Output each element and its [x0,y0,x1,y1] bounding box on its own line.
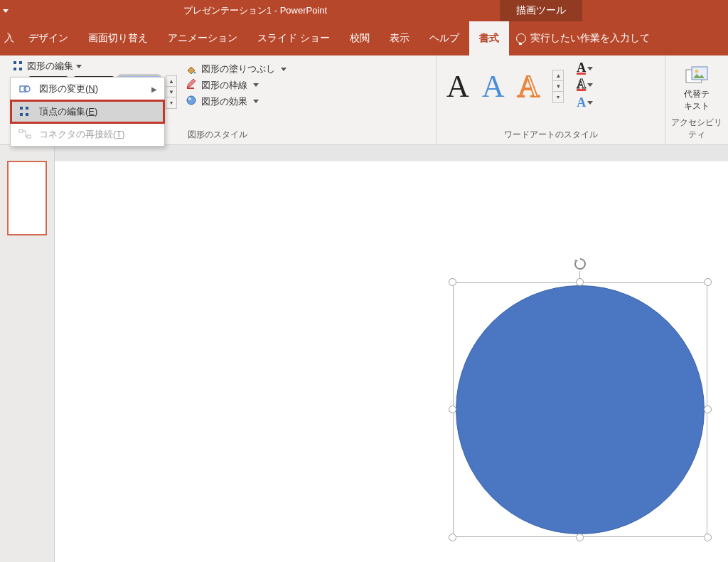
change-shape-icon [18,83,32,95]
svg-point-3 [188,97,191,100]
text-fill-button[interactable]: A [577,63,593,75]
wordart-style-3[interactable]: A [518,71,540,102]
edit-shape-button[interactable]: 図形の編集 [10,58,85,74]
tab-format[interactable]: 書式 [469,21,509,55]
group-label-accessibility: アクセシビリティ [670,115,724,143]
alt-text-button[interactable]: 代替テ キスト [681,65,712,112]
resize-handle-br[interactable] [704,534,712,541]
shape-outline-label: 図形の枠線 [201,79,247,92]
chevron-down-icon [253,100,259,103]
wordart-style-1[interactable]: A [446,71,469,102]
wordart-style-gallery[interactable]: A A A ▲ ▼ ▾ [441,70,569,103]
svg-point-2 [187,96,196,105]
alt-text-line1: 代替テ [684,88,710,100]
menu-item-change-shape-label: 図形の変更(N) [39,83,98,95]
pen-icon [186,78,197,92]
caret-down-icon: ▼ [553,81,563,92]
shape-outline-button[interactable]: 図形の枠線 [186,78,287,92]
submenu-arrow-icon: ▶ [151,85,157,93]
text-effects-button[interactable]: A [577,95,593,110]
reroute-connectors-icon [18,128,32,141]
paint-bucket-icon [186,64,197,74]
wordart-style-2[interactable]: A [482,71,505,102]
svg-point-6 [695,70,699,73]
window-title: プレゼンテーション1 - PowerPoint [11,4,500,17]
tab-transitions[interactable]: 画面切り替え [78,21,158,55]
qat-customize-icon[interactable] [0,0,11,21]
rotate-handle[interactable] [573,257,587,271]
effects-icon [186,95,197,108]
alt-text-line2: キスト [684,100,710,112]
caret-down-bar-icon: ▾ [166,97,176,108]
workspace [0,145,728,562]
tab-view[interactable]: 表示 [380,21,419,55]
edit-shape-menu: 図形の変更(N) ▶ 頂点の編集(E) コネクタの再接続(T) [10,77,165,147]
slide-canvas[interactable] [55,161,728,562]
shape-effects-button[interactable]: 図形の効果 [186,95,287,108]
chevron-down-icon [281,68,287,71]
gallery-more-button[interactable]: ▲ ▼ ▾ [166,75,177,109]
slide-thumbnail-pane[interactable] [0,145,55,562]
tab-design[interactable]: デザイン [18,21,78,55]
text-fill-icon: A [577,63,586,75]
tell-me-label: 実行したい作業を入力して [530,32,650,45]
title-bar: プレゼンテーション1 - PowerPoint 描画ツール [0,0,728,21]
wordart-more-button[interactable]: ▲ ▼ ▾ [552,70,564,103]
group-label-wordart-styles: ワードアートのスタイル [441,127,660,143]
tell-me-search[interactable]: 実行したい作業を入力して [509,21,657,55]
edit-shape-label: 図形の編集 [27,60,73,73]
shape-effects-label: 図形の効果 [201,95,247,108]
chevron-down-icon [253,83,259,87]
menu-item-change-shape[interactable]: 図形の変更(N) ▶ [11,78,164,100]
svg-point-8 [24,86,30,92]
chevron-down-icon [587,67,593,70]
ribbon-tabs: 入 デザイン 画面切り替え アニメーション スライド ショー 校閲 表示 ヘルプ… [0,21,728,55]
lightbulb-icon [516,33,526,43]
tab-slideshow[interactable]: スライド ショー [247,21,340,55]
resize-handle-l[interactable] [449,405,456,413]
edit-points-icon [18,105,32,118]
chevron-down-icon [76,65,82,68]
tab-review[interactable]: 校閲 [340,21,380,55]
svg-rect-9 [19,129,23,132]
caret-up-icon: ▲ [553,70,563,81]
alt-text-icon [685,65,709,85]
svg-point-0 [194,72,196,74]
menu-item-edit-points-label: 頂点の編集(E) [39,105,97,118]
svg-rect-10 [27,135,31,138]
resize-handle-tl[interactable] [449,278,456,286]
shape-fill-button[interactable]: 図形の塗りつぶし [186,63,287,75]
edit-shape-icon [13,60,24,72]
selected-shape-bounding-box[interactable] [453,282,707,537]
oval-shape[interactable] [456,285,705,534]
resize-handle-b[interactable] [576,534,584,541]
menu-item-reroute-label: コネクタの再接続(T) [39,128,125,141]
menu-item-edit-points[interactable]: 頂点の編集(E) [11,100,164,123]
menu-item-reroute-connectors: コネクタの再接続(T) [11,123,164,146]
contextual-tab-drawing-tools[interactable]: 描画ツール [500,0,582,21]
chevron-down-icon [587,101,593,105]
resize-handle-r[interactable] [704,405,712,413]
slide-thumbnail-1[interactable] [7,161,47,235]
shape-fill-label: 図形の塗りつぶし [201,63,275,75]
text-effects-icon: A [577,95,586,110]
tab-insert[interactable]: 入 [0,21,18,55]
caret-down-bar-icon: ▾ [553,92,563,102]
chevron-down-icon [587,83,593,87]
caret-down-icon: ▼ [166,87,176,97]
caret-up-icon: ▲ [166,76,176,87]
text-outline-icon: A [577,79,586,91]
svg-rect-1 [187,88,194,89]
tab-help[interactable]: ヘルプ [419,21,469,55]
resize-handle-tr[interactable] [704,278,712,286]
text-outline-button[interactable]: A [577,79,593,91]
resize-handle-t[interactable] [576,278,584,286]
tab-animations[interactable]: アニメーション [158,21,247,55]
resize-handle-bl[interactable] [449,534,456,541]
